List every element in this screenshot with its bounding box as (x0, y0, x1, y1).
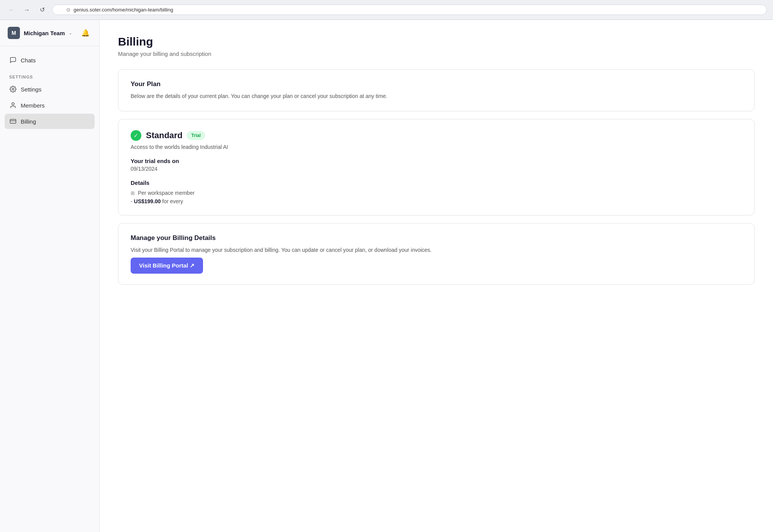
svg-rect-2 (10, 119, 16, 124)
sidebar-item-settings-label: Settings (21, 86, 41, 93)
plan-trial-badge: Trial (187, 131, 205, 140)
chat-icon (9, 56, 17, 64)
browser-chrome: ← → ↺ ⊙ genius.soter.com/home/michigan-t… (0, 0, 773, 20)
url-text: genius.soter.com/home/michigan-team/bill… (74, 7, 173, 13)
svg-point-1 (12, 103, 14, 105)
visit-billing-portal-button[interactable]: Visit Billing Portal ↗ (131, 258, 203, 274)
trial-date: 09/13/2024 (131, 166, 742, 172)
plan-header: ✓ Standard Trial (131, 130, 742, 141)
plus-box-icon: ⊞ (131, 190, 135, 196)
trial-ends-label: Your trial ends on (131, 158, 742, 164)
back-button[interactable]: ← (6, 5, 17, 15)
your-plan-card-description: Below are the details of your current pl… (131, 92, 742, 100)
sidebar-item-billing[interactable]: Billing (5, 114, 95, 129)
forward-button[interactable]: → (21, 5, 32, 15)
billing-manage-title: Manage your Billing Details (131, 234, 742, 242)
plan-name: Standard (146, 131, 182, 140)
plan-detail-member: ⊞ Per workspace member (131, 190, 742, 196)
reload-button[interactable]: ↺ (37, 5, 47, 15)
sidebar-item-members-label: Members (21, 102, 45, 109)
your-plan-card: Your Plan Below are the details of your … (118, 69, 755, 111)
billing-manage-description: Visit your Billing Portal to manage your… (131, 246, 742, 254)
sidebar-item-chats[interactable]: Chats (5, 52, 95, 68)
billing-manage-card: Manage your Billing Details Visit your B… (118, 223, 755, 284)
workspace-avatar: M (8, 27, 20, 39)
chevron-down-icon: ⌄ (69, 30, 72, 36)
plan-check-icon: ✓ (131, 130, 141, 141)
price-line: - US$199.00 for every (131, 198, 742, 204)
plan-description: Access to the worlds leading Industrial … (131, 144, 742, 150)
sidebar-nav: Chats SETTINGS Settings (0, 46, 99, 136)
sidebar-item-settings[interactable]: Settings (5, 82, 95, 97)
gear-icon (9, 85, 17, 93)
sidebar-header: M Michigan Team ⌄ 🔔 (0, 20, 99, 46)
sidebar: M Michigan Team ⌄ 🔔 Chats SETTINGS (0, 20, 100, 532)
address-bar[interactable]: ⊙ genius.soter.com/home/michigan-team/bi… (52, 5, 767, 15)
sidebar-item-chats-label: Chats (21, 57, 36, 64)
price-suffix: for every (161, 198, 183, 204)
workspace-info[interactable]: M Michigan Team ⌄ (8, 27, 72, 39)
main-content: Billing Manage your billing and subscrip… (100, 20, 773, 532)
plan-detail-card: ✓ Standard Trial Access to the worlds le… (118, 119, 755, 215)
plan-member-text: Per workspace member (138, 190, 195, 196)
page-title: Billing (118, 35, 755, 48)
details-label: Details (131, 180, 742, 186)
svg-point-0 (12, 88, 14, 90)
sidebar-item-members[interactable]: Members (5, 98, 95, 113)
sidebar-item-billing-label: Billing (21, 118, 36, 125)
settings-section-label: SETTINGS (5, 69, 95, 82)
lock-icon: ⊙ (66, 7, 70, 13)
app-layout: M Michigan Team ⌄ 🔔 Chats SETTINGS (0, 20, 773, 532)
workspace-name: Michigan Team (24, 30, 65, 36)
page-subtitle: Manage your billing and subscription (118, 51, 755, 57)
price-value: US$199.00 (134, 198, 161, 204)
billing-icon (9, 117, 17, 125)
your-plan-card-title: Your Plan (131, 80, 742, 88)
person-icon (9, 101, 17, 109)
notification-button[interactable]: 🔔 (79, 27, 92, 39)
price-prefix: - (131, 198, 134, 204)
